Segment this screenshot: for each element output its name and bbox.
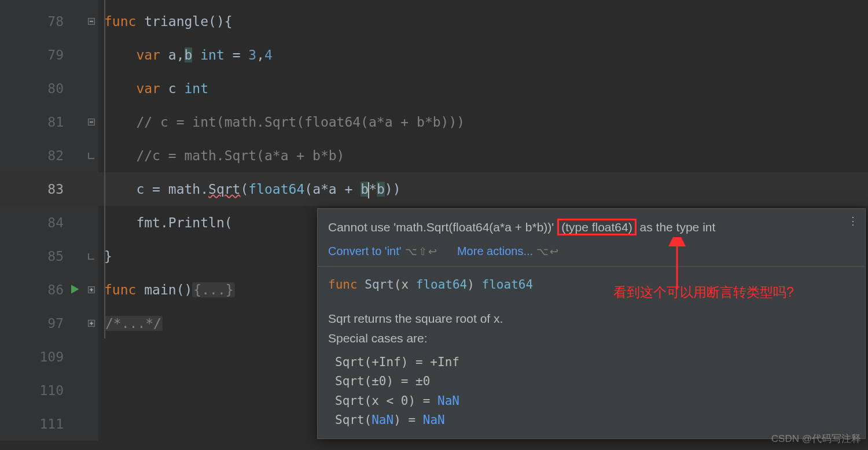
code-line[interactable]: var a,b int = 3,4 [98, 38, 868, 72]
fold-collapse-icon[interactable] [87, 17, 96, 26]
more-icon[interactable]: ⋮ [848, 215, 859, 227]
line-number: 85 [47, 239, 64, 273]
line-number: 109 [39, 340, 64, 374]
line-number: 86 [47, 273, 64, 307]
code-line[interactable]: // c = int(math.Sqrt(float64(a*a + b*b))… [98, 105, 868, 139]
function-doc: Sqrt returns the square root of x. Speci… [318, 303, 865, 348]
line-number: 83 [47, 172, 64, 206]
line-number: 78 [47, 5, 64, 38]
fold-expand-icon[interactable] [87, 319, 96, 328]
gutter: 78 79 80 81 82 83 84 85 86 97 109 110 11… [0, 0, 98, 441]
code-line[interactable]: func triangle(){ [98, 5, 868, 38]
fold-end-icon[interactable] [87, 151, 96, 160]
line-number: 82 [47, 139, 64, 172]
line-number: 84 [47, 206, 64, 239]
fold-collapse-icon[interactable] [87, 117, 96, 127]
code-line[interactable]: var c int [98, 72, 868, 105]
watermark: CSDN @代码写注释 [771, 432, 861, 445]
error-message: Cannot use 'math.Sqrt(float64(a*a + b*b)… [318, 209, 865, 242]
run-icon[interactable] [69, 273, 80, 307]
keyboard-shortcut: ⌥↩ [536, 246, 560, 257]
code-line-current[interactable]: c = math.Sqrt(float64(a*a + b*b)) [98, 172, 868, 206]
quickfix-actions: Convert to 'int'⌥⇧↩ More actions...⌥↩ [318, 242, 865, 266]
folded-block[interactable]: {...} [192, 282, 234, 297]
convert-to-int-action[interactable]: Convert to 'int' [328, 245, 402, 257]
line-number: 80 [47, 72, 64, 105]
fold-end-icon[interactable] [87, 252, 96, 261]
keyboard-shortcut: ⌥⇧↩ [405, 246, 438, 257]
annotation-highlight: (type float64) [557, 219, 637, 235]
fold-expand-icon[interactable] [87, 285, 96, 294]
line-number: 111 [39, 407, 64, 441]
indent-guide [104, 0, 105, 338]
doc-special-cases: Sqrt(+Inf) = +Inf Sqrt(±0) = ±0 Sqrt(x <… [318, 348, 865, 438]
line-number: 81 [47, 105, 64, 139]
more-actions-link[interactable]: More actions... [457, 245, 533, 257]
annotation-text: 看到这个可以用断言转类型吗? [613, 283, 794, 301]
line-number: 97 [47, 307, 64, 340]
line-number: 110 [39, 374, 64, 407]
folded-block[interactable]: /*...*/ [104, 316, 163, 331]
error-tooltip: ⋮ Cannot use 'math.Sqrt(float64(a*a + b*… [317, 208, 866, 439]
code-line[interactable]: //c = math.Sqrt(a*a + b*b) [98, 139, 868, 172]
line-number: 79 [47, 38, 64, 72]
